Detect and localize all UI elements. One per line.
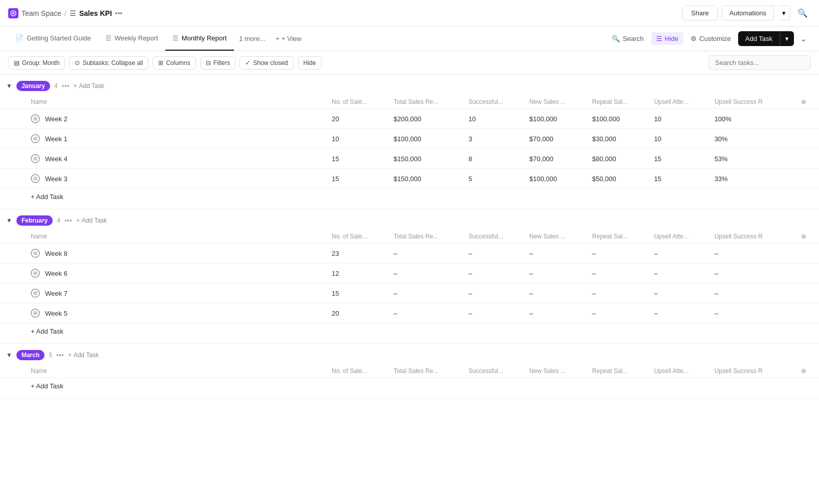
page-title: Sales KPI [79,9,112,17]
task-no-of-sales-1-0: 23 [328,244,390,264]
breadcrumb: Team Space / ☰ Sales KPI ••• [8,8,122,18]
add-view-button[interactable]: + + View [270,35,307,42]
task-repeat-sal-0-2: $80,000 [588,149,650,169]
task-upsell-atte-1-1: – [650,264,710,283]
automations-caret-button[interactable]: ▾ [778,6,790,20]
col-header-add-button[interactable]: ⊕ [797,230,819,244]
task-name-cell-0-2: Week 4 [0,149,328,169]
task-name-label-0-0[interactable]: Week 2 [45,115,68,123]
group-dots-march[interactable]: ••• [56,351,64,359]
add-task-caret-button[interactable]: ▾ [780,31,794,46]
task-status-icon-1-3[interactable] [31,309,40,318]
customize-button[interactable]: ⚙ Customize [685,32,736,45]
tabs-bar: 📄 Getting Started Guide ☰ Weekly Report … [0,27,819,51]
group-add-task-february[interactable]: + Add Task [76,217,107,224]
automations-button[interactable]: Automations [722,6,774,20]
task-upsell-atte-1-0: – [650,244,710,264]
task-successful-1-2: – [464,283,525,303]
hide-filter-button[interactable]: Hide [298,56,322,70]
task-no-of-sales-1-2: 15 [328,283,390,303]
task-status-icon-0-3[interactable] [31,174,40,183]
task-name-label-0-1[interactable]: Week 1 [45,135,68,143]
subtasks-filter-button[interactable]: ⊙ Subtasks: Collapse all [69,56,148,70]
task-name-label-0-2[interactable]: Week 4 [45,155,68,163]
col-header-repeat-sal: Repeat Sal... [588,95,650,109]
task-successful-0-2: 8 [464,149,525,169]
share-button[interactable]: Share [682,6,718,20]
tab-monthly-report[interactable]: ☰ Monthly Report [165,27,234,51]
task-row-actions-1-3 [797,303,819,323]
task-upsell-atte-1-3: – [650,303,710,323]
search-tasks-input[interactable] [708,55,811,70]
task-status-icon-0-0[interactable] [31,114,40,123]
task-row-actions-1-2 [797,283,819,303]
task-repeat-sal-1-2: – [588,283,650,303]
filters-button[interactable]: ⊟ Filters [200,56,236,70]
col-header-add-button[interactable]: ⊕ [797,95,819,109]
task-upsell-atte-0-1: 10 [650,129,710,149]
task-name-cell-0-0: Week 2 [0,109,328,129]
col-header-successful: Successful... [464,364,525,378]
svg-point-1 [12,12,14,14]
group-chevron-february: ▼ [6,217,12,224]
group-add-task-march[interactable]: + Add Task [68,352,99,359]
task-name-cell-1-3: Week 5 [0,303,328,323]
group-add-task-january[interactable]: + Add Task [73,82,104,90]
group-filter-button[interactable]: ▤ Group: Month [8,56,65,70]
add-task-cell-january[interactable]: + Add Task [0,189,819,209]
group-header-january[interactable]: ▼ January 4 ••• + Add Task [0,75,819,95]
col-header-no-of-sales: No. of Sale... [328,364,390,378]
task-name-cell-1-0: Week 8 [0,244,328,264]
columns-button[interactable]: ⊞ Columns [153,56,196,70]
hide-button[interactable]: ☰ Hide [651,32,684,45]
task-table-february: Name No. of Sale... Total Sales Re... Su… [0,230,819,344]
add-task-row-march[interactable]: + Add Task [0,378,819,399]
space-name: Team Space [21,9,61,17]
task-new-sales-1-3: – [525,303,588,323]
add-task-cell-february[interactable]: + Add Task [0,323,819,344]
add-task-row-january[interactable]: + Add Task [0,189,819,209]
page-options-icon[interactable]: ••• [115,9,123,17]
add-task-cell-march[interactable]: + Add Task [0,378,819,399]
group-header-march[interactable]: ▼ March 5 ••• + Add Task [0,344,819,364]
task-status-icon-0-2[interactable] [31,154,40,163]
add-task-button-group: Add Task ▾ [738,31,794,46]
task-name-label-1-0[interactable]: Week 8 [45,250,68,257]
task-repeat-sal-1-3: – [588,303,650,323]
monthly-report-tab-label: Monthly Report [182,34,227,42]
add-task-row-february[interactable]: + Add Task [0,323,819,344]
tab-weekly-report[interactable]: ☰ Weekly Report [98,27,165,51]
search-tab-label: Search [622,35,643,42]
task-name-label-1-3[interactable]: Week 5 [45,310,68,317]
group-header-february[interactable]: ▼ February 4 ••• + Add Task [0,209,819,230]
col-header-repeat-sal: Repeat Sal... [588,364,650,378]
expand-tabs-button[interactable]: ⌄ [796,31,811,46]
task-status-icon-1-1[interactable] [31,269,40,278]
search-icon-button[interactable]: 🔍 [794,5,811,21]
show-closed-button[interactable]: ✓ Show closed [240,56,293,70]
task-upsell-success-1-0: – [710,244,798,264]
weekly-report-tab-label: Weekly Report [115,34,158,42]
tab-getting-started[interactable]: 📄 Getting Started Guide [8,27,98,51]
task-successful-0-3: 5 [464,169,525,189]
task-status-icon-1-0[interactable] [31,249,40,258]
group-count-march: 5 [49,352,52,359]
task-status-icon-0-1[interactable] [31,134,40,143]
search-tab-button[interactable]: 🔍 Search [607,32,649,45]
task-name-label-1-1[interactable]: Week 6 [45,270,68,277]
group-count-january: 4 [54,82,58,90]
task-status-icon-1-2[interactable] [31,289,40,298]
col-header-add-button[interactable]: ⊕ [797,364,819,378]
tabs-more-button[interactable]: 1 more... [234,35,270,42]
group-dots-february[interactable]: ••• [64,216,72,225]
add-task-plus-march: + [31,382,35,390]
task-name-label-0-3[interactable]: Week 3 [45,175,68,183]
task-successful-0-1: 3 [464,129,525,149]
hide-label: Hide [665,35,679,42]
task-name-label-1-2[interactable]: Week 7 [45,290,68,297]
task-total-sales-1-2: – [390,283,464,303]
task-successful-0-0: 10 [464,109,525,129]
add-task-main-button[interactable]: Add Task [738,31,780,46]
group-dots-january[interactable]: ••• [62,82,70,90]
monthly-report-tab-icon: ☰ [173,34,179,42]
